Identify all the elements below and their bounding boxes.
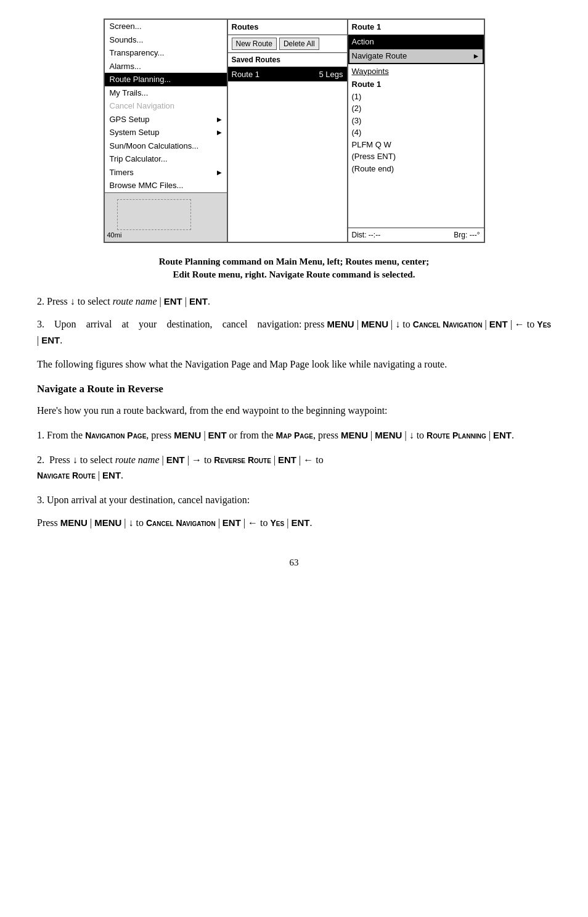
route-name-italic: route name	[113, 296, 157, 306]
menu-key-s3a: MENU	[60, 517, 88, 528]
step-2: 2. Press ↓ to select route name | ENT | …	[37, 452, 551, 483]
ent-key-s3a: ENT	[223, 517, 241, 528]
dist-label: Dist: --:--	[352, 229, 381, 241]
paragraph-2: 2. Press ↓ to select route name | ENT | …	[37, 294, 551, 310]
paragraph-4: The following figures show what the Navi…	[37, 356, 551, 372]
saved-routes-label: Saved Routes	[228, 53, 347, 67]
waypoint-3: (3)	[348, 115, 484, 127]
caption-line1: Route Planning command on Main Menu, lef…	[78, 255, 510, 268]
ent-key-1: ENT	[164, 296, 182, 306]
screenshot-container: Screen... Sounds... Transparency... Alar…	[104, 19, 485, 243]
waypoint-route-end: (Route end)	[348, 163, 484, 175]
route-planning-label: Route Planning	[427, 430, 486, 440]
map-page-label: Map Page	[276, 430, 313, 440]
waypoint-plfm: PLFM Q W	[348, 139, 484, 151]
menu-key-s1c: MENU	[375, 430, 402, 440]
action-label: Action	[348, 35, 484, 49]
waypoint-press-ent: (Press ENT)	[348, 150, 484, 163]
menu-item-timers[interactable]: Timers	[105, 166, 227, 179]
menu-key-s3b: MENU	[94, 517, 121, 528]
navigate-route-row[interactable]: Navigate Route ►	[348, 48, 484, 64]
routes-panel-title: Routes	[228, 20, 347, 35]
page-number: 63	[37, 556, 551, 570]
new-route-button[interactable]: New Route	[232, 38, 277, 50]
menu-item-my-trails[interactable]: My Trails...	[105, 86, 227, 100]
menu-item-browse-mmc[interactable]: Browse MMC Files...	[105, 179, 227, 192]
dist-bar: Dist: --:-- Brg: ---°	[348, 228, 484, 242]
routes-buttons: New Route Delete All	[228, 35, 347, 53]
ent-key-s2a: ENT	[166, 454, 185, 465]
route-name: Route 1	[232, 68, 260, 81]
panel-right-inner: Route 1 Action Navigate Route ► Waypoint…	[348, 20, 484, 242]
step-3b: Press MENU | MENU | ↓ to Cancel Navigati…	[37, 515, 551, 531]
cancel-nav-label: Cancel Navigation	[413, 319, 483, 329]
panel-center: Routes New Route Delete All Saved Routes…	[228, 20, 348, 242]
nav-page-label: Navigation Page	[85, 430, 146, 440]
menu-item-route-planning[interactable]: Route Planning...	[105, 73, 227, 86]
route-subheading: Route 1	[348, 78, 484, 91]
ent-key-s1b: ENT	[493, 430, 512, 440]
panel-left: Screen... Sounds... Transparency... Alar…	[105, 20, 228, 242]
route1-panel-title: Route 1	[348, 20, 484, 35]
waypoint-1: (1)	[348, 91, 484, 103]
route-name-italic-2: route name	[115, 454, 160, 465]
waypoint-2: (2)	[348, 102, 484, 115]
ent-key-s1a: ENT	[208, 430, 227, 440]
ent-key-s2c: ENT	[102, 470, 121, 480]
menu-key-s1a: MENU	[174, 430, 201, 440]
navigate-route-label: Navigate Route	[352, 50, 407, 62]
menu-key-s1b: MENU	[341, 430, 368, 440]
ent-key-2: ENT	[189, 296, 208, 306]
caption: Route Planning command on Main Menu, lef…	[78, 255, 510, 281]
menu-item-trip-calculator[interactable]: Trip Calculator...	[105, 152, 227, 166]
route-legs: 5 Legs	[319, 68, 343, 81]
section-intro: Here's how you run a route backward, fro…	[37, 403, 551, 419]
step-3: 3. Upon arrival at your destination, can…	[37, 492, 551, 508]
yes-label-s3: Yes	[270, 518, 284, 528]
yes-label: Yes	[537, 319, 551, 329]
menu-key-2: MENU	[361, 319, 388, 329]
panel-right: Route 1 Action Navigate Route ► Waypoint…	[348, 20, 484, 242]
waypoint-4: (4)	[348, 126, 484, 139]
waypoints-label: Waypoints	[348, 64, 484, 79]
navigate-route-label-s2: Navigate Route	[37, 471, 96, 480]
menu-key-1: MENU	[327, 319, 354, 329]
reverse-route-label: Reverse Route	[214, 455, 271, 465]
menu-item-cancel-navigation: Cancel Navigation	[105, 99, 227, 113]
brg-label: Brg: ---°	[454, 229, 480, 241]
map-area: 40mi	[105, 192, 227, 242]
ent-key-3: ENT	[489, 319, 508, 329]
navigate-arrow-icon: ►	[473, 51, 480, 62]
menu-item-sounds[interactable]: Sounds...	[105, 33, 227, 47]
menu-item-gps-setup[interactable]: GPS Setup	[105, 113, 227, 126]
map-lines	[117, 199, 191, 230]
menu-item-system-setup[interactable]: System Setup	[105, 126, 227, 139]
delete-all-button[interactable]: Delete All	[279, 38, 319, 50]
screenshot-area: Screen... Sounds... Transparency... Alar…	[37, 19, 551, 243]
menu-item-screen[interactable]: Screen...	[105, 20, 227, 33]
cancel-nav-label-s3: Cancel Navigation	[146, 518, 216, 528]
ent-key-s2b: ENT	[278, 454, 296, 465]
step-1: 1. From the Navigation Page, press MENU …	[37, 427, 551, 443]
ent-key-4: ENT	[41, 335, 60, 345]
section-heading: Navigate a Route in Reverse	[37, 381, 551, 397]
menu-item-alarms[interactable]: Alarms...	[105, 60, 227, 73]
map-label: 40mi	[107, 230, 122, 241]
caption-line2: Edit Route menu, right. Navigate Route c…	[78, 268, 510, 281]
menu-item-sun-moon[interactable]: Sun/Moon Calculations...	[105, 139, 227, 153]
paragraph-3: 3. Upon arrival at your destination, can…	[37, 316, 551, 348]
route-row-1[interactable]: Route 1 5 Legs	[228, 67, 347, 82]
menu-item-transparency[interactable]: Transparency...	[105, 46, 227, 60]
ent-key-s3b: ENT	[291, 517, 309, 528]
